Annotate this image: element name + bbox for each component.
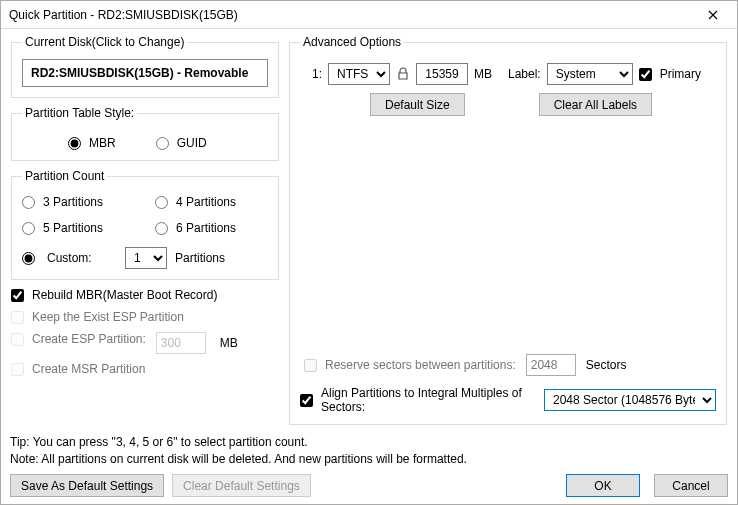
pcount-custom-radio[interactable]: Custom: bbox=[22, 247, 135, 269]
pcount-custom-label: Custom: bbox=[47, 251, 92, 265]
part-index: 1: bbox=[308, 67, 322, 81]
current-disk-legend[interactable]: Current Disk(Click to Change) bbox=[22, 35, 187, 49]
adv-legend: Advanced Options bbox=[300, 35, 404, 49]
tip-text: Tip: You can press "3, 4, 5 or 6" to sel… bbox=[10, 435, 728, 449]
filesystem-select[interactable]: NTFS bbox=[328, 63, 390, 85]
pcount-legend: Partition Count bbox=[22, 169, 107, 183]
reserve-sectors-check: Reserve sectors between partitions: bbox=[304, 358, 516, 372]
note-text: Note: All partitions on current disk wil… bbox=[10, 452, 728, 466]
pcount-4-radio[interactable]: 4 Partitions bbox=[155, 195, 268, 209]
pt-mbr-label: MBR bbox=[89, 136, 116, 150]
window-title: Quick Partition - RD2:SMIUSBDISK(15GB) bbox=[9, 8, 238, 22]
partition-table-style-group: Partition Table Style: MBR GUID bbox=[11, 106, 279, 161]
clear-labels-button[interactable]: Clear All Labels bbox=[539, 93, 652, 116]
esp-size-input bbox=[156, 332, 206, 354]
label-select[interactable]: System bbox=[547, 63, 633, 85]
pt-style-legend: Partition Table Style: bbox=[22, 106, 137, 120]
default-size-button[interactable]: Default Size bbox=[370, 93, 465, 116]
footer: Tip: You can press "3, 4, 5 or 6" to sel… bbox=[10, 435, 728, 497]
mbr-options: Rebuild MBR(Master Boot Record) Keep the… bbox=[11, 288, 279, 376]
align-select[interactable]: 2048 Sector (1048576 Byte) bbox=[544, 389, 716, 411]
pcount-6-radio[interactable]: 6 Partitions bbox=[155, 221, 268, 235]
pcount-3-radio[interactable]: 3 Partitions bbox=[22, 195, 135, 209]
save-default-button[interactable]: Save As Default Settings bbox=[10, 474, 164, 497]
create-esp-check: Create ESP Partition: bbox=[11, 332, 146, 346]
current-disk-group: Current Disk(Click to Change) RD2:SMIUSB… bbox=[11, 35, 279, 98]
pcount-custom-unit: Partitions bbox=[175, 251, 225, 265]
clear-default-button: Clear Default Settings bbox=[172, 474, 311, 497]
size-mb-label: MB bbox=[474, 67, 492, 81]
rebuild-mbr-check[interactable]: Rebuild MBR(Master Boot Record) bbox=[11, 288, 279, 302]
keep-esp-check: Keep the Exist ESP Partition bbox=[11, 310, 279, 324]
pcount-custom-select[interactable]: 1 bbox=[125, 247, 167, 269]
create-msr-check: Create MSR Partition bbox=[11, 362, 279, 376]
label-label: Label: bbox=[508, 67, 541, 81]
partition-count-group: Partition Count 3 Partitions 4 Partition… bbox=[11, 169, 279, 280]
close-button[interactable] bbox=[693, 2, 733, 28]
pt-mbr-radio[interactable]: MBR bbox=[68, 136, 116, 150]
pcount-5-radio[interactable]: 5 Partitions bbox=[22, 221, 135, 235]
advanced-options-group: Advanced Options 1: NTFS MB Label: Syste… bbox=[289, 35, 727, 425]
lock-icon[interactable] bbox=[396, 67, 410, 81]
pt-guid-radio[interactable]: GUID bbox=[156, 136, 207, 150]
reserve-sectors-input bbox=[526, 354, 576, 376]
primary-check[interactable]: Primary bbox=[639, 67, 701, 81]
cancel-button[interactable]: Cancel bbox=[654, 474, 728, 497]
current-disk-value[interactable]: RD2:SMIUSBDISK(15GB) - Removable bbox=[22, 59, 268, 87]
align-check[interactable]: Align Partitions to Integral Multiples o… bbox=[300, 386, 536, 414]
ok-button[interactable]: OK bbox=[566, 474, 640, 497]
titlebar: Quick Partition - RD2:SMIUSBDISK(15GB) bbox=[1, 1, 737, 29]
pt-guid-label: GUID bbox=[177, 136, 207, 150]
close-icon bbox=[708, 10, 718, 20]
reserve-sectors-unit: Sectors bbox=[586, 358, 627, 372]
esp-mb-label: MB bbox=[220, 336, 238, 350]
size-input[interactable] bbox=[416, 63, 468, 85]
